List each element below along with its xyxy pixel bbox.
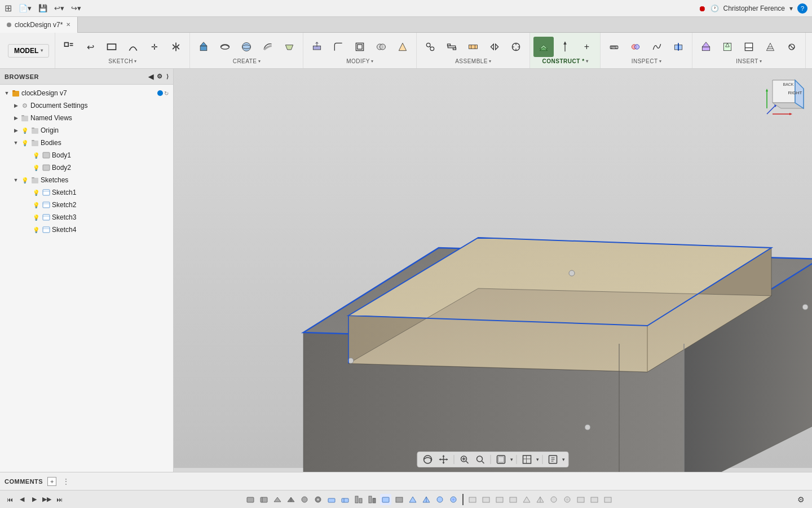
tree-item-root[interactable]: ▼ clockDesign v7 ↻: [0, 87, 173, 99]
timeline-step-6[interactable]: [312, 494, 324, 505]
units-button[interactable]: [546, 453, 560, 466]
tree-item-sketch1[interactable]: ▶ 💡 Sketch1: [0, 186, 173, 199]
timeline-step-24[interactable]: [562, 494, 573, 505]
tree-item-sketch4[interactable]: ▶ 💡 Sketch4: [0, 224, 173, 236]
timeline-step-25[interactable]: [575, 494, 586, 505]
offset-plane-button[interactable]: [533, 37, 554, 57]
timeline-next-button[interactable]: ▶▶: [42, 494, 52, 505]
tree-item-body1[interactable]: ▶ 💡 Body1: [0, 149, 173, 161]
timeline-step-7[interactable]: [326, 494, 337, 505]
user-name[interactable]: Christopher Ference: [723, 5, 785, 12]
press-pull-button[interactable]: [307, 37, 327, 57]
canvas-button[interactable]: [739, 37, 759, 57]
viewport[interactable]: RIGHT BACK ▾: [174, 69, 812, 472]
view-cube[interactable]: RIGHT BACK: [761, 75, 806, 120]
new-file-button[interactable]: 📄▾: [16, 3, 34, 14]
browser-resize-icon[interactable]: ⟩: [166, 73, 169, 80]
combine-button[interactable]: [371, 37, 391, 57]
redo-button[interactable]: ↪▾: [69, 3, 83, 14]
draft-button[interactable]: [392, 37, 413, 57]
point-tool-button[interactable]: ✛: [144, 37, 165, 57]
fillet-button[interactable]: [328, 37, 348, 57]
comments-add-button[interactable]: +: [47, 477, 56, 486]
point-construct-button[interactable]: +: [576, 37, 597, 57]
timeline-last-button[interactable]: ⏭: [54, 494, 64, 505]
interference-button[interactable]: [625, 37, 646, 57]
browser-back-icon[interactable]: ◀: [148, 73, 154, 81]
timeline-step-9[interactable]: [353, 494, 364, 505]
tree-item-sketch2[interactable]: ▶ 💡 Sketch2: [0, 199, 173, 211]
tree-item-body2[interactable]: ▶ 💡 Body2: [0, 161, 173, 174]
display-mode-arrow[interactable]: ▾: [510, 457, 513, 462]
zoom-button[interactable]: [458, 453, 471, 466]
timeline-step-22[interactable]: [535, 494, 546, 505]
rectangle-tool-button[interactable]: [102, 37, 122, 57]
tree-item-sketch3[interactable]: ▶ 💡 Sketch3: [0, 211, 173, 224]
grid-arrow[interactable]: ▾: [536, 457, 539, 462]
timeline-step-11[interactable]: [380, 494, 391, 505]
record-icon[interactable]: ⏺: [698, 4, 706, 13]
timeline-step-1[interactable]: [245, 494, 256, 505]
pipe-button[interactable]: [258, 37, 278, 57]
timeline-step-13[interactable]: [407, 494, 418, 505]
curvature-button[interactable]: [647, 37, 667, 57]
mirror-tool-button[interactable]: [166, 37, 186, 57]
timeline-step-5[interactable]: [299, 494, 310, 505]
decal-button[interactable]: [717, 37, 738, 57]
user-dropdown-arrow[interactable]: ▾: [789, 5, 793, 12]
save-button[interactable]: 💾: [36, 3, 50, 14]
svg-button[interactable]: [782, 37, 802, 57]
document-tab[interactable]: clockDesign v7* ✕: [0, 17, 78, 33]
arc-tool-button[interactable]: [123, 37, 143, 57]
sketch-tool-button[interactable]: [59, 37, 79, 57]
timeline-step-23[interactable]: [548, 494, 559, 505]
help-button[interactable]: ?: [797, 3, 807, 14]
timeline-step-4[interactable]: [285, 494, 297, 505]
timeline-step-20[interactable]: [508, 494, 519, 505]
tree-item-namedviews[interactable]: ▶ Named Views: [0, 112, 173, 124]
model-dropdown-button[interactable]: MODEL ▾: [8, 44, 49, 58]
sphere-button[interactable]: [236, 37, 257, 57]
undo-button[interactable]: ↩▾: [52, 3, 67, 14]
joint-button[interactable]: [420, 37, 440, 57]
section-button[interactable]: [668, 37, 689, 57]
pan-button[interactable]: [437, 453, 451, 466]
timeline-step-16[interactable]: [448, 494, 459, 505]
grid-button[interactable]: [520, 453, 534, 466]
timeline-prev-button[interactable]: ◀: [17, 494, 27, 505]
timeline-step-14[interactable]: [421, 494, 432, 505]
contact-button[interactable]: [484, 37, 505, 57]
tab-close-button[interactable]: ✕: [66, 21, 70, 28]
loft-button[interactable]: [279, 37, 299, 57]
browser-settings-icon[interactable]: ⚙: [157, 73, 163, 80]
tree-item-bodies[interactable]: ▼ 💡 Bodies: [0, 137, 173, 149]
refresh-icon[interactable]: ↻: [164, 90, 169, 97]
extrude-button[interactable]: [193, 37, 214, 57]
comments-resize-handle[interactable]: ⋮: [62, 477, 70, 486]
timeline-step-19[interactable]: [494, 494, 505, 505]
timeline-step-3[interactable]: [272, 494, 283, 505]
rigid-button[interactable]: [442, 37, 462, 57]
orbit-button[interactable]: [421, 453, 435, 466]
axis-button[interactable]: [555, 37, 575, 57]
shell-button[interactable]: [350, 37, 370, 57]
measure-button[interactable]: [604, 37, 624, 57]
timeline-step-27[interactable]: [602, 494, 614, 505]
tree-item-sketches[interactable]: ▼ 💡 Sketches: [0, 174, 173, 186]
timeline-settings-button[interactable]: ⚙: [794, 493, 807, 506]
display-mode-button[interactable]: [495, 453, 508, 466]
app-grid-icon[interactable]: ⊞: [5, 3, 12, 14]
3dprint-button[interactable]: [809, 37, 812, 57]
timeline-play-button[interactable]: ▶: [29, 494, 39, 505]
timeline-step-15[interactable]: [434, 494, 445, 505]
units-arrow[interactable]: ▾: [562, 457, 565, 462]
tree-item-origin[interactable]: ▶ 💡 Origin: [0, 124, 173, 137]
motion-button[interactable]: [463, 37, 483, 57]
timeline-step-26[interactable]: [589, 494, 600, 505]
undo-sketch-button[interactable]: ↩: [80, 37, 100, 57]
timeline-step-12[interactable]: [394, 494, 405, 505]
drive-button[interactable]: [506, 37, 526, 57]
timeline-step-8[interactable]: [339, 494, 351, 505]
tree-item-docsettings[interactable]: ▶ ⚙ Document Settings: [0, 99, 173, 112]
zoom-window-button[interactable]: [474, 453, 487, 466]
